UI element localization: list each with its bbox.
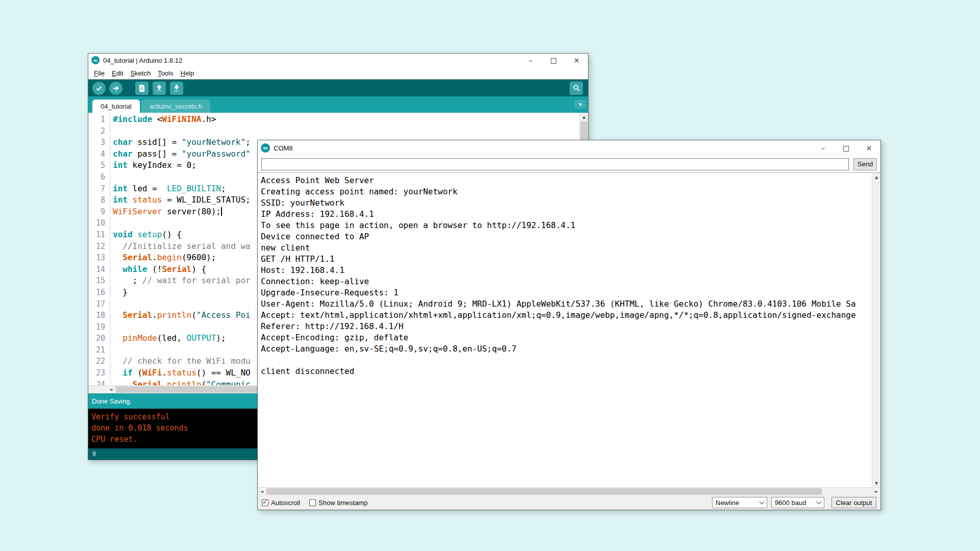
scroll-up-icon[interactable]: ▲ <box>872 173 880 181</box>
serial-line: Access Point Web Server <box>261 175 870 186</box>
serial-line: Accept-Language: en,sv-SE;q=0.9,sv;q=0.8… <box>261 343 870 355</box>
serial-line: GET /H HTTP/1.1 <box>261 254 870 265</box>
baud-rate-value: 9600 baud <box>775 499 806 507</box>
tab-04-tutorial[interactable]: 04_tutorial <box>92 99 140 113</box>
serial-bottom-bar: Autoscroll Show timestamp Newline 9600 b… <box>258 495 880 510</box>
ide-window-title: 04_tutorial | Arduino 1.8.12 <box>103 57 182 64</box>
serial-horizontal-scrollbar[interactable]: ◄ ► <box>258 487 880 495</box>
cursor-line-indicator: 9 <box>92 450 96 458</box>
serial-line: Upgrade-Insecure-Requests: 1 <box>261 287 870 298</box>
serial-monitor-button[interactable] <box>570 82 583 95</box>
scroll-left-icon[interactable]: ◄ <box>258 488 266 495</box>
serial-send-input[interactable] <box>261 158 849 170</box>
arrow-right-icon <box>112 85 119 92</box>
serial-line: Connection: keep-alive <box>261 276 870 287</box>
serial-vertical-scrollbar[interactable]: ▲ ▼ <box>872 173 880 487</box>
scroll-down-icon[interactable]: ▼ <box>872 479 880 487</box>
menu-sketch[interactable]: Sketch <box>127 68 154 79</box>
serial-line: Creating access point named: yourNetwork <box>261 186 870 197</box>
close-button[interactable]: × <box>857 140 880 156</box>
code-line: #include <WiFiNINA.h> <box>113 114 579 126</box>
scroll-up-icon[interactable]: ▲ <box>580 113 588 121</box>
serial-line: new client <box>261 242 870 254</box>
tab-bar: 04_tutorial arduino_secrets.h ▼ <box>88 96 588 113</box>
new-sketch-button[interactable] <box>135 82 149 95</box>
menu-edit[interactable]: Edit <box>108 68 127 79</box>
save-button[interactable] <box>170 82 183 95</box>
maximize-button[interactable]: □ <box>542 54 565 67</box>
tab-arduino-secrets[interactable]: arduino_secrets.h <box>141 99 210 113</box>
gutter-divider <box>110 113 110 385</box>
serial-line: SSID: yourNetwork <box>261 197 870 209</box>
line-ending-value: Newline <box>716 499 739 507</box>
scroll-right-icon[interactable]: ► <box>872 488 880 495</box>
serial-line: client disconnected <box>261 366 870 377</box>
tab-list-dropdown[interactable]: ▼ <box>575 100 586 109</box>
scroll-left-icon[interactable]: ◄ <box>107 386 115 393</box>
code-line <box>113 126 579 137</box>
text-cursor <box>221 207 222 216</box>
magnifier-icon <box>573 84 580 92</box>
serial-hscroll-thumb[interactable] <box>266 488 822 495</box>
serial-line: IP Address: 192.168.4.1 <box>261 209 870 220</box>
serial-line: Referer: http://192.168.4.1/H <box>261 321 870 332</box>
line-ending-select[interactable]: Newline <box>712 497 767 508</box>
serial-line: User-Agent: Mozilla/5.0 (Linux; Android … <box>261 298 870 310</box>
check-icon <box>95 85 103 92</box>
serial-window-title: COM8 <box>274 144 293 152</box>
serial-output-area[interactable]: Access Point Web ServerCreating access p… <box>258 173 880 487</box>
serial-line: Accept: text/html,application/xhtml+xml,… <box>261 310 870 321</box>
menu-tools[interactable]: Tools <box>154 68 177 79</box>
chevron-down-icon <box>817 499 822 504</box>
send-row: Send <box>258 156 880 173</box>
maximize-button[interactable]: □ <box>835 140 857 156</box>
arduino-logo-icon: ∞ <box>261 143 270 153</box>
upload-button[interactable] <box>109 82 122 95</box>
ide-titlebar[interactable]: ∞ 04_tutorial | Arduino 1.8.12 – □ × <box>88 54 588 67</box>
arrow-down-icon <box>173 84 180 92</box>
minimize-button[interactable]: – <box>519 54 542 67</box>
serial-monitor-window: ∞ COM8 – □ × Send Access Point Web Serve… <box>257 140 881 510</box>
arduino-logo-icon: ∞ <box>91 56 100 64</box>
arrow-up-icon <box>156 84 163 92</box>
ide-toolbar <box>88 79 588 96</box>
menu-bar: FileEditSketchToolsHelp <box>88 67 588 79</box>
serial-line <box>261 355 870 366</box>
show-timestamp-label: Show timestamp <box>318 499 368 507</box>
status-message: Done Saving. <box>92 397 132 405</box>
baud-rate-select[interactable]: 9600 baud <box>771 497 824 508</box>
serial-line: Host: 192.168.4.1 <box>261 265 870 276</box>
autoscroll-checkbox[interactable] <box>262 499 268 506</box>
close-button[interactable]: × <box>565 54 588 67</box>
open-button[interactable] <box>153 82 166 95</box>
autoscroll-label: Autoscroll <box>271 499 300 507</box>
send-button[interactable]: Send <box>853 158 877 170</box>
serial-line: To see this page in action, open a brows… <box>261 220 870 231</box>
show-timestamp-checkbox[interactable] <box>309 499 316 506</box>
serial-titlebar[interactable]: ∞ COM8 – □ × <box>258 140 880 156</box>
serial-output-text: Access Point Web ServerCreating access p… <box>261 175 870 377</box>
minimize-button[interactable]: – <box>812 140 835 156</box>
serial-line: Device connected to AP <box>261 231 870 242</box>
menu-file[interactable]: File <box>90 68 108 79</box>
serial-line: Accept-Encoding: gzip, deflate <box>261 332 870 343</box>
document-icon <box>138 84 145 92</box>
clear-output-button[interactable]: Clear output <box>831 497 876 508</box>
menu-help[interactable]: Help <box>177 68 198 79</box>
verify-button[interactable] <box>92 82 106 95</box>
line-number-gutter: 123456789101112131415161718192021222324 <box>88 114 109 385</box>
chevron-down-icon <box>760 499 765 504</box>
